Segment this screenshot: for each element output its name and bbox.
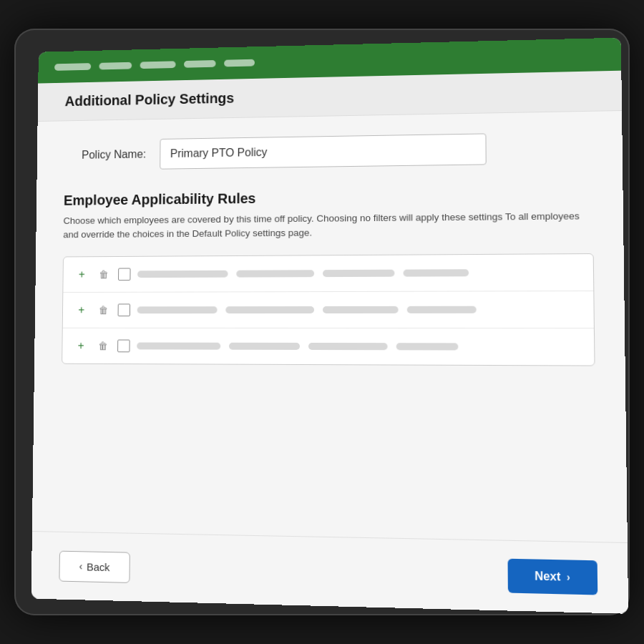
next-button[interactable]: Next › xyxy=(507,559,597,595)
progress-pill-5 xyxy=(224,59,255,67)
back-label: Back xyxy=(87,560,110,573)
placeholder-bar xyxy=(308,342,388,349)
progress-pill-3 xyxy=(140,61,176,69)
delete-rule-button[interactable]: 🗑 xyxy=(96,302,111,318)
delete-rule-button[interactable]: 🗑 xyxy=(96,266,111,282)
placeholder-bar xyxy=(229,342,300,349)
rule-checkbox[interactable] xyxy=(118,268,130,280)
next-label: Next xyxy=(535,570,561,584)
progress-pill-4 xyxy=(184,60,216,68)
placeholder-bar xyxy=(137,342,220,349)
applicability-description: Choose which employees are covered by th… xyxy=(63,209,593,243)
main-content: Policy Name: Employee Applicability Rule… xyxy=(32,111,628,542)
placeholder-bar xyxy=(407,306,477,313)
back-button[interactable]: ‹ Back xyxy=(59,550,130,582)
applicability-title: Employee Applicability Rules xyxy=(64,187,593,209)
progress-pill-2 xyxy=(99,62,132,70)
content-area: Policy Name: Employee Applicability Rule… xyxy=(31,111,629,614)
add-rule-button[interactable]: + xyxy=(74,338,89,353)
rule-placeholders xyxy=(137,306,582,313)
placeholder-bar xyxy=(323,269,394,276)
rule-placeholders xyxy=(137,268,581,278)
footer-navigation: ‹ Back Next › xyxy=(31,531,629,614)
rule-row: + 🗑 xyxy=(62,328,594,365)
delete-rule-button[interactable]: 🗑 xyxy=(95,338,110,353)
progress-pill-1 xyxy=(54,63,91,71)
add-rule-button[interactable]: + xyxy=(74,302,89,318)
next-chevron: › xyxy=(567,571,570,583)
placeholder-bar xyxy=(225,306,314,313)
rule-row: + 🗑 xyxy=(63,254,593,293)
placeholder-bar xyxy=(396,343,459,350)
section-title: Additional Policy Settings xyxy=(64,83,592,109)
placeholder-bar xyxy=(236,270,314,277)
policy-name-input[interactable] xyxy=(160,133,487,169)
device-frame: Additional Policy Settings Policy Name: … xyxy=(14,29,630,615)
placeholder-bar xyxy=(323,306,399,313)
rules-container: + 🗑 + xyxy=(62,253,595,366)
placeholder-bar xyxy=(404,269,469,276)
rule-checkbox[interactable] xyxy=(118,303,131,316)
rule-checkbox[interactable] xyxy=(117,339,130,352)
back-chevron: ‹ xyxy=(79,560,83,572)
placeholder-bar xyxy=(137,306,218,313)
placeholder-bar xyxy=(137,270,228,277)
policy-name-row: Policy Name: xyxy=(64,132,592,171)
rule-row: + 🗑 xyxy=(63,291,594,328)
screen: Additional Policy Settings Policy Name: … xyxy=(31,38,629,614)
applicability-section: Employee Applicability Rules Choose whic… xyxy=(62,187,595,366)
rule-placeholders xyxy=(137,342,582,350)
add-rule-button[interactable]: + xyxy=(74,266,89,282)
policy-name-label: Policy Name: xyxy=(64,148,147,162)
